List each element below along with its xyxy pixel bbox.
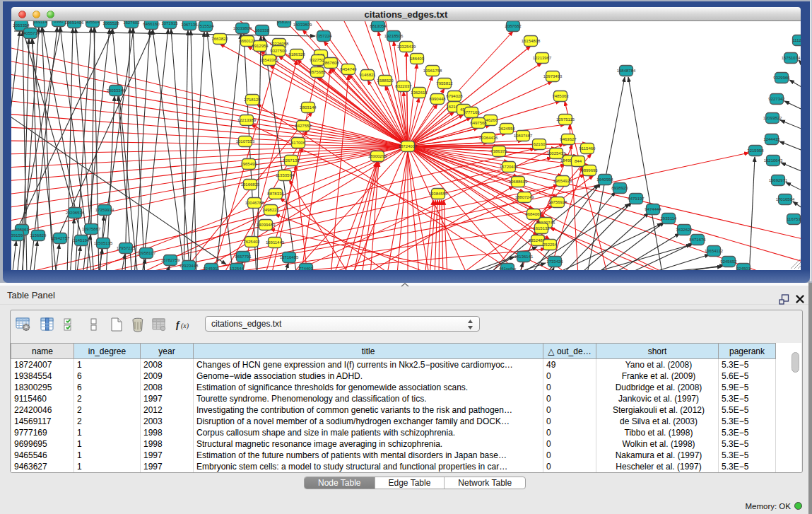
svg-text:8186328: 8186328 — [288, 52, 305, 57]
svg-text:11353594: 11353594 — [276, 173, 295, 177]
svg-text:16848784: 16848784 — [617, 69, 636, 73]
svg-text:16033809: 16033809 — [293, 23, 312, 27]
svg-text:15692971: 15692971 — [769, 178, 788, 182]
svg-text:3267130: 3267130 — [283, 158, 300, 163]
svg-text:17016504: 17016504 — [776, 197, 795, 201]
svg-text:8990448: 8990448 — [429, 97, 446, 101]
svg-text:12942757: 12942757 — [51, 236, 70, 240]
svg-text:441softw: 441softw — [499, 267, 517, 270]
svg-text:17359934: 17359934 — [95, 208, 114, 212]
svg-text:12975115: 12975115 — [556, 117, 575, 122]
svg-text:1065528: 1065528 — [102, 21, 119, 25]
svg-text:3875685: 3875685 — [309, 70, 326, 74]
svg-text:10973493: 10973493 — [543, 74, 563, 78]
svg-text:8471676: 8471676 — [689, 238, 706, 242]
svg-text:16210643: 16210643 — [764, 158, 783, 163]
svg-text:13325419: 13325419 — [397, 45, 416, 49]
svg-text:8990: 8990 — [54, 21, 64, 23]
svg-text:10958107: 10958107 — [137, 251, 156, 255]
svg-text:7357224: 7357224 — [315, 34, 332, 38]
svg-text:10025433: 10025433 — [547, 151, 566, 156]
svg-text:958107: 958107 — [277, 21, 292, 24]
svg-text:12213967: 12213967 — [533, 56, 552, 60]
svg-text:9329966: 9329966 — [773, 76, 790, 80]
svg-text:1527602: 1527602 — [123, 21, 140, 25]
svg-text:19654923: 19654923 — [553, 179, 572, 183]
svg-text:(x): (x) — [181, 322, 189, 330]
svg-text:12213389: 12213389 — [237, 118, 257, 122]
svg-text:6466160: 6466160 — [143, 22, 160, 26]
svg-text:3624554: 3624554 — [498, 127, 515, 131]
svg-text:9115460: 9115460 — [579, 146, 596, 151]
svg-text:20206536: 20206536 — [66, 211, 85, 215]
svg-text:14055714: 14055714 — [21, 31, 40, 35]
svg-text:19756928: 19756928 — [548, 200, 567, 204]
svg-text:39159: 39159 — [11, 233, 23, 238]
svg-text:2718129: 2718129 — [244, 98, 261, 102]
svg-text:7515524: 7515524 — [197, 24, 214, 28]
svg-text:19166825: 19166825 — [241, 182, 260, 187]
svg-text:8322037: 8322037 — [395, 84, 412, 88]
svg-text:20364436: 20364436 — [479, 136, 498, 140]
svg-text:12923448: 12923448 — [180, 264, 199, 268]
svg-text:924501: 924501 — [736, 267, 751, 270]
svg-text:8427552: 8427552 — [295, 124, 312, 128]
svg-text:1067135: 1067135 — [181, 23, 198, 27]
svg-text:18724007: 18724007 — [399, 144, 418, 148]
svg-text:9245011: 9245011 — [204, 267, 220, 270]
svg-text:14136141: 14136141 — [514, 255, 534, 259]
svg-text:3498222: 3498222 — [262, 208, 279, 212]
svg-text:1156829: 1156829 — [30, 233, 47, 238]
svg-text:19384554: 19384554 — [429, 192, 448, 196]
svg-text:116753: 116753 — [787, 217, 801, 221]
svg-text:7386372: 7386372 — [490, 149, 507, 153]
svg-text:1145194: 1145194 — [73, 238, 90, 243]
svg-text:10046788: 10046788 — [245, 201, 264, 205]
svg-text:9146821: 9146821 — [359, 73, 376, 77]
svg-text:2087682: 2087682 — [505, 24, 522, 28]
svg-text:9777169: 9777169 — [463, 110, 480, 115]
svg-text:1244415: 1244415 — [763, 137, 780, 141]
svg-text:f: f — [176, 320, 180, 330]
svg-text:1615132: 1615132 — [533, 226, 550, 230]
svg-text:7632621: 7632621 — [676, 228, 693, 232]
svg-text:2053354: 2053354 — [13, 23, 30, 28]
svg-text:132544: 132544 — [230, 267, 245, 270]
svg-text:9657791: 9657791 — [235, 255, 252, 259]
svg-text:160338: 160338 — [255, 28, 270, 33]
svg-text:1362615: 1362615 — [411, 90, 428, 95]
svg-text:16911449: 16911449 — [266, 240, 285, 245]
svg-text:169114: 169114 — [33, 21, 47, 24]
svg-text:8912954: 8912954 — [252, 44, 269, 48]
svg-text:10807487: 10807487 — [514, 134, 533, 138]
svg-text:9684067: 9684067 — [525, 212, 542, 216]
svg-text:1733426: 1733426 — [546, 259, 563, 264]
svg-text:10688609: 10688609 — [509, 180, 528, 184]
svg-text:16543362: 16543362 — [260, 58, 279, 62]
svg-text:7663822: 7663822 — [211, 37, 228, 41]
svg-text:2867608: 2867608 — [322, 61, 339, 65]
svg-text:16782759: 16782759 — [161, 258, 180, 262]
svg-text:774401: 774401 — [299, 267, 314, 270]
svg-text:18300295: 18300295 — [368, 154, 387, 158]
svg-text:905514: 905514 — [86, 21, 100, 24]
svg-text:20691406: 20691406 — [65, 21, 84, 25]
svg-text:3215958: 3215958 — [747, 148, 764, 153]
svg-text:15751074: 15751074 — [782, 56, 801, 60]
svg-text:12505135: 12505135 — [94, 241, 113, 245]
svg-text:1640954: 1640954 — [596, 177, 613, 182]
svg-text:14099489: 14099489 — [257, 223, 276, 227]
svg-text:0899695: 0899695 — [581, 168, 598, 173]
svg-text:10107553: 10107553 — [236, 139, 255, 144]
svg-text:15720407: 15720407 — [500, 165, 519, 169]
svg-text:13716485: 13716485 — [280, 255, 299, 259]
svg-text:9463627: 9463627 — [560, 137, 577, 141]
svg-text:8878334: 8878334 — [267, 192, 284, 196]
svg-text:2935114: 2935114 — [661, 216, 678, 221]
svg-text:7485063: 7485063 — [552, 94, 569, 98]
svg-text:252254: 252254 — [543, 243, 558, 247]
svg-text:18807249: 18807249 — [515, 195, 534, 199]
svg-text:7955812: 7955812 — [436, 81, 453, 86]
svg-text:17957225: 17957225 — [117, 246, 136, 250]
svg-text:2803144: 2803144 — [300, 105, 317, 110]
